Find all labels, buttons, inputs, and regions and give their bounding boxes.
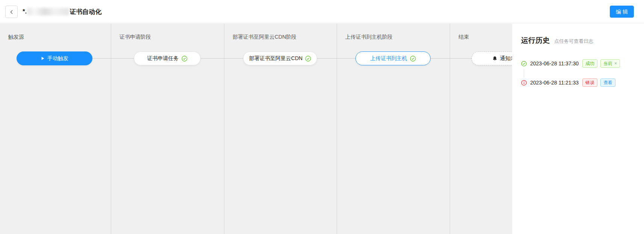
status-tag-success: 成功	[582, 59, 597, 68]
bell-icon	[492, 56, 497, 61]
edit-button[interactable]: 编 辑	[610, 6, 634, 18]
page-header: *. 证书自动化 编 辑	[0, 0, 644, 23]
page-title: *. 证书自动化	[23, 0, 101, 23]
run-time: 2023-06-28 11:37:30	[530, 60, 579, 66]
check-circle-icon	[521, 61, 527, 66]
run-list: 2023-06-28 11:37:30 成功 当前× 2023-06-28 11…	[521, 59, 644, 87]
back-button[interactable]	[5, 6, 18, 18]
node-label: 手动触发	[47, 55, 68, 62]
run-row[interactable]: 2023-06-28 11:21:33 错误 查看	[521, 78, 644, 87]
panel-title: 运行历史	[521, 36, 550, 45]
manual-trigger-button[interactable]: 手动触发	[17, 51, 92, 65]
current-tag-label: 当前	[603, 61, 612, 66]
task-node-cert-apply[interactable]: 证书申请任务	[134, 51, 201, 65]
panel-header: 运行历史 点任务可查看日志	[521, 36, 644, 45]
task-node-deploy-cdn[interactable]: 部署证书至阿里云CDN	[243, 51, 317, 65]
stage-label: 部署证书至阿里云CDN阶段	[224, 24, 337, 41]
current-tag: 当前×	[600, 59, 620, 68]
node-label: 证书申请任务	[147, 55, 179, 62]
panel-subtitle: 点任务可查看日志	[554, 38, 593, 45]
stage-label: 触发源	[0, 24, 111, 41]
node-label: 部署证书至阿里云CDN	[249, 55, 302, 62]
stage-label: 证书申请阶段	[111, 24, 224, 41]
stage-label: 上传证书到主机阶段	[337, 24, 450, 41]
play-icon	[41, 56, 45, 60]
view-log-tag[interactable]: 查看	[600, 79, 615, 87]
task-node-upload-host[interactable]: 上传证书到主机	[355, 51, 431, 65]
node-label: 上传证书到主机	[370, 55, 407, 62]
status-tag-error: 错误	[582, 79, 597, 87]
run-time: 2023-06-28 11:21:33	[530, 80, 579, 86]
run-history-panel: 运行历史 点任务可查看日志 2023-06-28 11:37:30 成功 当前×…	[512, 24, 644, 234]
close-icon[interactable]: ×	[614, 61, 617, 66]
info-circle-icon	[521, 80, 527, 86]
chevron-left-icon	[9, 10, 14, 14]
page-title-prefix: *.	[23, 8, 27, 15]
redacted-domain	[27, 8, 69, 15]
timeline-line	[524, 69, 524, 77]
page-title-suffix: 证书自动化	[70, 8, 101, 16]
check-circle-icon	[410, 56, 416, 62]
check-circle-icon	[305, 56, 311, 62]
run-row[interactable]: 2023-06-28 11:37:30 成功 当前×	[521, 59, 644, 68]
check-circle-icon	[181, 56, 187, 62]
